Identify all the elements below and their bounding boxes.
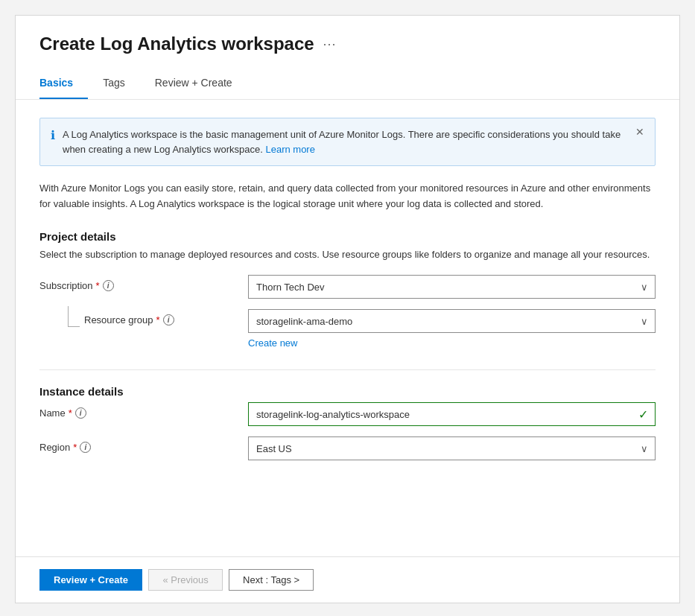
instance-details-title: Instance details [39, 385, 656, 398]
region-label: Region * i [39, 436, 248, 453]
project-details-section: Project details Select the subscription … [39, 230, 656, 349]
region-select[interactable]: East US [248, 436, 656, 460]
tab-basics[interactable]: Basics [39, 69, 88, 99]
page-title: Create Log Analytics workspace [39, 34, 314, 54]
tab-review-create[interactable]: Review + Create [155, 69, 247, 99]
subscription-select[interactable]: Thorn Tech Dev [248, 275, 656, 299]
project-details-title: Project details [39, 230, 656, 243]
card-body: ℹ A Log Analytics workspace is the basic… [16, 100, 679, 499]
resource-group-required: * [156, 314, 160, 326]
info-icon: ℹ [51, 128, 55, 142]
title-row: Create Log Analytics workspace ··· [39, 34, 656, 54]
subscription-label: Subscription * i [39, 275, 248, 291]
name-control: ✓ [248, 402, 656, 426]
previous-button[interactable]: « Previous [148, 569, 223, 591]
tabs-container: Basics Tags Review + Create [39, 69, 656, 99]
next-button[interactable]: Next : Tags > [229, 569, 314, 591]
name-label: Name * i [39, 402, 248, 419]
resource-group-select[interactable]: storagelink-ama-demo [248, 309, 656, 333]
info-banner-text: A Log Analytics workspace is the basic m… [63, 127, 628, 156]
region-required: * [73, 442, 77, 453]
close-banner-button[interactable]: ✕ [632, 124, 647, 139]
review-create-button[interactable]: Review + Create [39, 569, 142, 591]
create-new-link[interactable]: Create new [248, 337, 297, 349]
name-valid-icon: ✓ [638, 407, 648, 422]
section-divider [39, 369, 656, 370]
card-footer: Review + Create « Previous Next : Tags > [16, 556, 679, 603]
region-row: Region * i East US [39, 436, 656, 460]
subscription-row: Subscription * i Thorn Tech Dev [39, 275, 656, 299]
info-banner: ℹ A Log Analytics workspace is the basic… [39, 118, 656, 166]
learn-more-link[interactable]: Learn more [265, 144, 314, 155]
resource-group-select-wrapper: storagelink-ama-demo [248, 309, 656, 333]
resource-group-label: Resource group * i [84, 309, 174, 326]
description-text: With Azure Monitor Logs you can easily s… [39, 181, 656, 212]
subscription-select-wrapper: Thorn Tech Dev [248, 275, 656, 299]
resource-group-control: storagelink-ama-demo Create new [248, 309, 656, 349]
subscription-control: Thorn Tech Dev [248, 275, 656, 299]
name-required: * [69, 407, 72, 419]
subscription-required: * [96, 280, 100, 291]
tab-tags[interactable]: Tags [103, 69, 140, 99]
project-details-desc: Select the subscription to manage deploy… [39, 247, 656, 262]
card-header: Create Log Analytics workspace ··· Basic… [16, 16, 679, 100]
subscription-info-icon[interactable]: i [103, 280, 114, 291]
name-input-wrapper: ✓ [248, 402, 656, 426]
more-options-icon[interactable]: ··· [323, 36, 337, 52]
instance-details-section: Instance details Name * i ✓ Reg [39, 385, 656, 460]
name-input[interactable] [248, 402, 656, 426]
name-row: Name * i ✓ [39, 402, 656, 426]
region-select-wrapper: East US [248, 436, 656, 460]
region-info-icon[interactable]: i [80, 442, 91, 453]
name-info-icon[interactable]: i [75, 407, 86, 419]
resource-group-info-icon[interactable]: i [163, 314, 174, 326]
region-control: East US [248, 436, 656, 460]
main-card: Create Log Analytics workspace ··· Basic… [15, 15, 680, 603]
